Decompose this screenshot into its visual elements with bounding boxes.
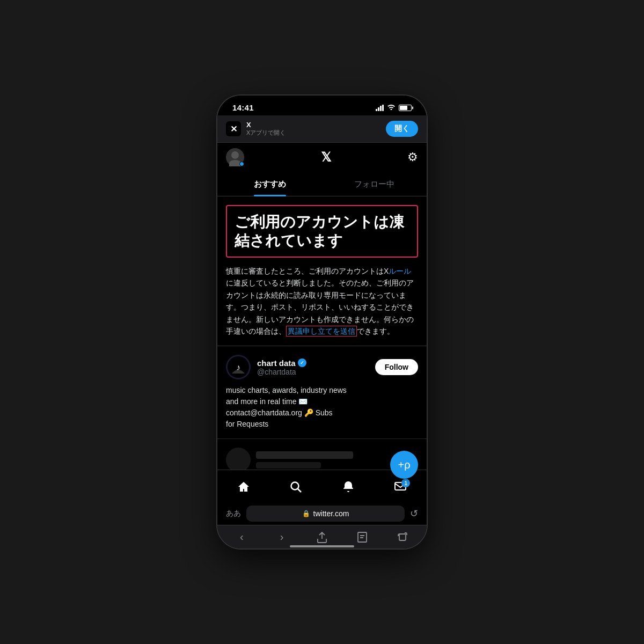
signal-icon — [376, 105, 384, 111]
twitter-app: 𝕏 ⚙ おすすめ フォロー中 ご利用のアカウントは凍結されています 慎重に審査し… — [217, 143, 427, 481]
search-icon — [289, 480, 302, 496]
back-icon: ‹ — [240, 531, 244, 543]
home-icon — [237, 480, 250, 496]
suggestion-avatar[interactable]: ♪ — [226, 355, 251, 379]
browser-banner: ✕ X Xアプリで開く 開く — [217, 115, 427, 143]
fab-icon: +ρ — [398, 459, 410, 471]
nav-notifications[interactable] — [336, 477, 360, 500]
settings-icon[interactable]: ⚙ — [407, 150, 418, 164]
status-time: 14:41 — [232, 103, 254, 112]
suggestion-handle: @chartdata — [257, 368, 306, 376]
status-bar: 14:41 — [217, 96, 427, 115]
dispute-link[interactable]: 異議申し立てを送信 — [286, 326, 357, 336]
app-name: X — [246, 121, 286, 129]
svg-line-3 — [298, 489, 301, 492]
follow-button[interactable]: Follow — [375, 359, 418, 375]
reload-icon[interactable]: ↺ — [410, 508, 418, 519]
aa-text[interactable]: ああ — [226, 509, 241, 518]
nav-search[interactable] — [284, 477, 308, 500]
suggestion-bio: music charts, awards, industry news and … — [226, 385, 418, 430]
x-logo: 𝕏 — [321, 150, 331, 165]
forward-icon: › — [280, 531, 284, 543]
suggestion-name-text: chart data — [257, 358, 296, 368]
frozen-body: 慎重に審査したところ、ご利用のアカウントはXルールに違反していると判断しました。… — [226, 265, 418, 346]
tab-following[interactable]: フォロー中 — [322, 172, 427, 196]
frozen-body-text1: 慎重に審査したところ、ご利用のアカウントはX — [226, 267, 389, 275]
x-app-icon: ✕ — [226, 121, 241, 136]
wifi-icon — [387, 104, 396, 112]
frozen-title: ご利用のアカウントは凍結されています — [235, 213, 409, 250]
frozen-notice: ご利用のアカウントは凍結されています 慎重に審査したところ、ご利用のアカウントは… — [217, 196, 427, 346]
browser-url-bar: ああ 🔒 twitter.com ↺ — [217, 502, 427, 525]
partial-avatar — [226, 448, 251, 472]
content-area: ご利用のアカウントは凍結されています 慎重に審査したところ、ご利用のアカウントは… — [217, 196, 427, 481]
lock-icon: 🔒 — [302, 510, 310, 517]
phone-frame: 14:41 ✕ X Xアプリで開く — [217, 96, 427, 548]
tab-recommended[interactable]: おすすめ — [217, 172, 322, 196]
open-app-button[interactable]: 開く — [386, 121, 418, 137]
frozen-title-box: ご利用のアカウントは凍結されています — [226, 205, 418, 258]
svg-rect-5 — [358, 532, 367, 542]
frozen-body-text3: できます。 — [357, 327, 394, 335]
twitter-header: 𝕏 ⚙ — [217, 143, 427, 172]
messages-badge: 1 — [401, 479, 410, 487]
tabs-bar: おすすめ フォロー中 — [217, 172, 427, 196]
svg-point-2 — [291, 482, 299, 490]
back-button[interactable]: ‹ — [230, 525, 253, 549]
fab-button[interactable]: +ρ — [390, 451, 418, 479]
suggestion-user: ♪ chart data ✓ @chartdata — [226, 355, 306, 379]
suggestion-header: ♪ chart data ✓ @chartdata Follow — [226, 355, 418, 379]
banner-sub-text: Xアプリで開く — [246, 129, 286, 137]
url-field[interactable]: 🔒 twitter.com — [246, 506, 405, 522]
bell-icon — [342, 480, 355, 496]
status-icons — [376, 104, 412, 112]
x-rule-link[interactable]: ルール — [389, 267, 411, 275]
nav-messages[interactable]: 1 — [389, 477, 412, 500]
tabs-button[interactable] — [391, 525, 414, 549]
verified-badge: ✓ — [298, 358, 306, 367]
suggestion-card: ♪ chart data ✓ @chartdata Follow — [217, 346, 427, 438]
avatar-dot — [239, 162, 244, 166]
bookmarks-button[interactable] — [350, 525, 374, 549]
nav-home[interactable] — [232, 477, 255, 500]
url-text: twitter.com — [313, 509, 349, 518]
user-avatar[interactable] — [226, 148, 244, 166]
svg-rect-6 — [399, 534, 406, 540]
battery-icon — [399, 105, 412, 111]
home-indicator — [290, 545, 354, 547]
